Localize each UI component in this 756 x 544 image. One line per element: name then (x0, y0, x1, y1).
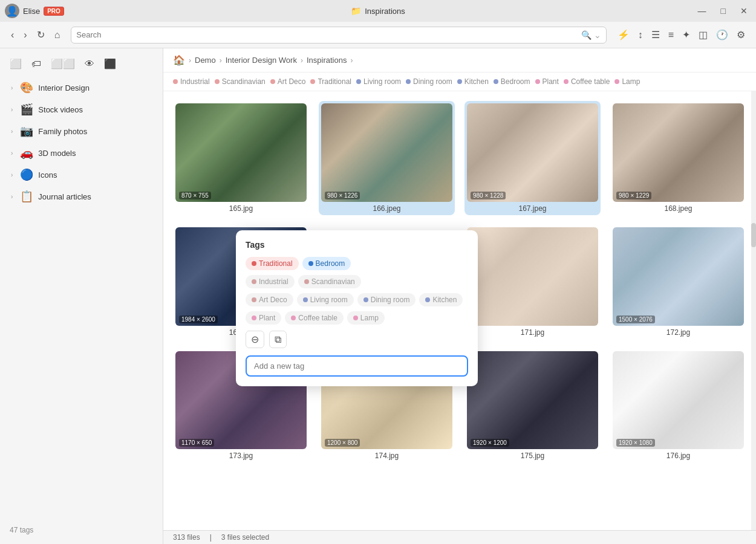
filter-dining-room[interactable]: Dining room (406, 77, 452, 86)
tag-chip-living-room[interactable]: Living room (297, 293, 354, 306)
image-dims-172: 1500 × 2076 (616, 316, 655, 323)
minimize-button[interactable]: — (694, 5, 710, 17)
flash-button[interactable]: ⚡ (614, 27, 633, 43)
sidebar-item-stock-videos[interactable]: › 🎬 Stock videos (4, 99, 159, 120)
tag-filters: Industrial Scandinavian Art Deco Traditi… (163, 73, 756, 91)
forward-button[interactable]: › (20, 27, 30, 43)
home-icon[interactable]: 🏠 (173, 54, 185, 66)
tag-dot-icon (252, 297, 256, 302)
icons-icon: 🔵 (20, 168, 33, 181)
image-card-165[interactable]: 870 × 755 165.jpg (173, 101, 309, 215)
tags-popup-title: Tags (246, 240, 468, 250)
image-dims-168: 980 × 1229 (616, 192, 651, 199)
tag-chip-traditional[interactable]: Traditional (246, 257, 299, 270)
view-button[interactable]: ◫ (695, 27, 711, 43)
sidebar-add-button[interactable]: ⬜ (7, 56, 24, 72)
image-card-168[interactable]: 980 × 1229 168.jpeg (610, 101, 746, 215)
image-card-176[interactable]: 1920 × 1080 176.jpg (610, 349, 746, 463)
filter-traditional[interactable]: Traditional (310, 77, 351, 86)
sidebar-item-journal-articles[interactable]: › 📋 Journal articles (4, 186, 159, 207)
image-dims-166: 980 × 1226 (325, 192, 360, 199)
filter-industrial[interactable]: Industrial (173, 77, 210, 86)
tag-dot-icon (353, 316, 358, 320)
tag-chip-kitchen[interactable]: Kitchen (419, 293, 463, 306)
tag-chip-bedroom[interactable]: Bedroom (302, 257, 351, 270)
folder-icon: 📁 (351, 6, 361, 16)
sidebar-item-interior-design[interactable]: › 🎨 Interior Design (4, 77, 159, 98)
tag-dot-icon (363, 297, 368, 302)
image-card-175[interactable]: 1920 × 1200 175.jpg (464, 349, 601, 463)
tag-dot-icon (304, 279, 309, 284)
tag-chip-dining-room[interactable]: Dining room (357, 293, 416, 306)
filter-lamp[interactable]: Lamp (614, 77, 640, 86)
image-name-174: 174.jpg (375, 452, 399, 460)
refresh-button[interactable]: ↻ (33, 27, 48, 43)
sidebar-columns-button[interactable]: ⬜⬜ (48, 56, 77, 72)
filter-coffee-table[interactable]: Coffee table (564, 77, 610, 86)
vertical-scrollbar[interactable] (751, 91, 756, 530)
remove-tag-button[interactable]: ⊖ (246, 331, 264, 348)
sidebar-item-label: Family photos (38, 127, 87, 136)
tag-dot-icon (457, 79, 462, 84)
grid-area: 870 × 755 165.jpg 980 × 1226 166.jpeg 98… (163, 91, 756, 530)
image-card-167[interactable]: 980 × 1228 167.jpeg (464, 101, 601, 215)
back-button[interactable]: ‹ (7, 27, 18, 43)
image-card-166[interactable]: 980 × 1226 166.jpeg (319, 101, 455, 215)
tag-chip-lamp[interactable]: Lamp (347, 311, 385, 325)
inactive-tags-row-2: Art Deco Living room Dining room Kitchen (246, 293, 468, 306)
sort-button[interactable]: ↕ (634, 27, 647, 43)
home-button[interactable]: ⌂ (51, 27, 64, 43)
sidebar-more-button[interactable]: ⬛ (102, 56, 119, 72)
sidebar-tag-button[interactable]: 🏷 (29, 56, 44, 72)
tag-chip-coffee-table[interactable]: Coffee table (285, 311, 344, 325)
tag-chip-industrial[interactable]: Industrial (246, 275, 295, 288)
image-name-167: 167.jpeg (518, 204, 546, 213)
tag-dot-icon (564, 79, 569, 84)
duplicate-tag-button[interactable]: ⧉ (269, 331, 287, 348)
image-thumb-175: 1920 × 1200 (467, 351, 598, 450)
sidebar-status: 47 tags (0, 521, 163, 539)
menu-button[interactable]: ≡ (665, 27, 677, 43)
filter-plant[interactable]: Plant (535, 77, 559, 86)
search-bar[interactable]: 🔍 ⌄ (71, 27, 606, 44)
maximize-button[interactable]: □ (717, 5, 729, 17)
image-card-172[interactable]: 1500 × 2076 172.jpg (610, 225, 746, 339)
tag-chip-art-deco[interactable]: Art Deco (246, 293, 293, 306)
history-button[interactable]: 🕐 (712, 27, 732, 43)
search-icon: 🔍 (581, 30, 591, 40)
sidebar-item-3d-models[interactable]: › 🚗 3D models (4, 143, 159, 163)
sidebar-item-label: Interior Design (38, 83, 90, 92)
active-tags-row: Traditional Bedroom (246, 257, 468, 270)
new-tag-input[interactable] (246, 355, 468, 377)
list-button[interactable]: ☰ (648, 27, 663, 43)
breadcrumb-demo[interactable]: Demo (195, 56, 216, 65)
journal-articles-icon: 📋 (20, 190, 33, 203)
selected-count: 3 files selected (221, 533, 269, 542)
close-button[interactable]: ✕ (737, 5, 751, 17)
filter-living-room[interactable]: Living room (356, 77, 401, 86)
tag-chip-scandinavian[interactable]: Scandinavian (298, 275, 361, 288)
image-dims-169: 1984 × 2600 (179, 316, 218, 323)
filter-kitchen[interactable]: Kitchen (457, 77, 489, 86)
network-button[interactable]: ✦ (679, 27, 694, 43)
image-thumb-172: 1500 × 2076 (613, 227, 744, 326)
sidebar-item-label: 3D models (38, 149, 76, 158)
settings-button[interactable]: ⚙ (733, 27, 749, 43)
search-dropdown-icon[interactable]: ⌄ (594, 30, 601, 40)
search-input[interactable] (76, 30, 578, 39)
sidebar-item-icons[interactable]: › 🔵 Icons (4, 164, 159, 185)
tag-chip-plant[interactable]: Plant (246, 311, 281, 325)
filter-art-deco[interactable]: Art Deco (270, 77, 306, 86)
image-card-171[interactable]: 171.jpg (464, 225, 601, 339)
tag-dot-icon (406, 79, 411, 84)
scrollbar-thumb[interactable] (751, 223, 756, 247)
filter-scandinavian[interactable]: Scandinavian (215, 77, 266, 86)
sidebar-item-family-photos[interactable]: › 📷 Family photos (4, 121, 159, 141)
breadcrumb-inspirations[interactable]: Inspirations (307, 56, 347, 65)
tag-dot-icon (303, 297, 308, 302)
filter-bedroom[interactable]: Bedroom (494, 77, 530, 86)
sidebar-view-button[interactable]: 👁 (82, 56, 97, 72)
tag-dot-icon (173, 79, 178, 84)
chevron-right-icon: › (11, 128, 13, 135)
breadcrumb-interior-design-work[interactable]: Interior Design Work (226, 56, 297, 65)
